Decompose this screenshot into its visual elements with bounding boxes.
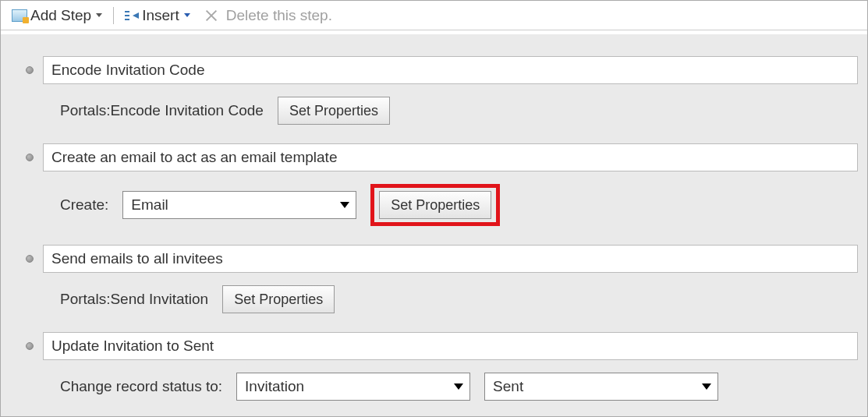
chevron-down-icon	[340, 202, 349, 208]
step-title-input[interactable]	[43, 143, 858, 171]
delete-step-button: Delete this step.	[200, 5, 337, 26]
step-detail-label: Portals:Encode Invitation Code	[60, 102, 264, 119]
button-label: Set Properties	[234, 292, 323, 308]
step-title-input[interactable]	[43, 332, 858, 360]
change-status-label: Change record status to:	[60, 378, 222, 395]
insert-button[interactable]: Insert	[120, 5, 195, 26]
step-bullet[interactable]	[26, 154, 34, 161]
step-block: Create: Email Set Properties	[10, 143, 858, 226]
set-properties-button[interactable]: Set Properties	[222, 285, 335, 313]
set-properties-button[interactable]: Set Properties	[278, 97, 390, 125]
chevron-down-icon	[184, 13, 190, 17]
select-value: Invitation	[245, 378, 304, 395]
step-block: Change record status to: Invitation Sent	[10, 332, 858, 401]
step-bullet[interactable]	[26, 255, 34, 263]
status-entity-select[interactable]: Invitation	[236, 373, 470, 401]
insert-icon	[125, 9, 139, 22]
select-value: Email	[131, 196, 168, 214]
step-title-input[interactable]	[43, 56, 858, 84]
button-label: Set Properties	[289, 103, 378, 119]
toolbar: Add Step Insert Delete this step.	[1, 1, 867, 30]
step-block: Portals:Encode Invitation Code Set Prope…	[10, 56, 858, 125]
chevron-down-icon	[454, 383, 463, 390]
status-value-select[interactable]: Sent	[484, 373, 718, 401]
step-title-input[interactable]	[43, 245, 858, 273]
highlighted-set-properties: Set Properties	[370, 184, 500, 226]
chevron-down-icon	[96, 13, 102, 17]
steps-canvas: Portals:Encode Invitation Code Set Prope…	[1, 30, 867, 416]
toolbar-separator	[113, 7, 114, 24]
insert-label: Insert	[142, 7, 179, 24]
chevron-down-icon	[702, 383, 711, 390]
step-block: Portals:Send Invitation Set Properties	[10, 245, 858, 313]
add-step-button[interactable]: Add Step	[7, 5, 107, 26]
select-value: Sent	[493, 378, 523, 395]
delete-label: Delete this step.	[226, 7, 332, 24]
add-step-icon	[12, 9, 27, 22]
set-properties-button[interactable]: Set Properties	[379, 191, 491, 219]
create-entity-select[interactable]: Email	[122, 191, 356, 219]
add-step-label: Add Step	[30, 7, 91, 24]
create-label: Create:	[60, 196, 108, 214]
step-bullet[interactable]	[26, 66, 34, 74]
delete-icon	[204, 9, 218, 23]
button-label: Set Properties	[391, 197, 480, 214]
step-bullet[interactable]	[26, 342, 34, 350]
step-detail-label: Portals:Send Invitation	[60, 291, 208, 308]
workflow-editor: Add Step Insert Delete this step. Portal…	[0, 0, 868, 417]
